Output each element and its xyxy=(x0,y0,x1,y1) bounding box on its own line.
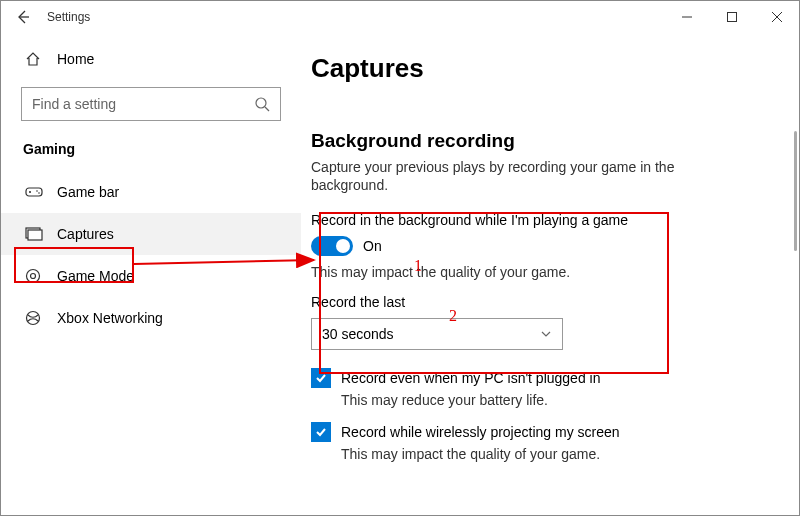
minimize-icon xyxy=(682,12,692,22)
svg-point-3 xyxy=(36,190,38,192)
record-unplugged-row: Record even when my PC isn't plugged in xyxy=(311,368,769,388)
search-input[interactable] xyxy=(32,96,254,112)
scrollbar[interactable] xyxy=(794,131,797,251)
sidebar-item-label: Captures xyxy=(57,226,114,242)
page-title: Captures xyxy=(311,53,769,84)
close-button[interactable] xyxy=(754,2,799,32)
sidebar-item-label: Xbox Networking xyxy=(57,310,163,326)
sidebar-item-game-mode[interactable]: Game Mode xyxy=(1,255,301,297)
record-unplugged-checkbox[interactable] xyxy=(311,368,331,388)
toggle-state-label: On xyxy=(363,238,382,254)
arrow-left-icon xyxy=(15,9,31,25)
home-button[interactable]: Home xyxy=(1,41,301,77)
home-icon xyxy=(25,51,43,67)
category-heading: Gaming xyxy=(1,135,301,171)
search-input-wrapper[interactable] xyxy=(21,87,281,121)
sidebar-item-captures[interactable]: Captures xyxy=(1,213,301,255)
record-background-toggle[interactable] xyxy=(311,236,353,256)
svg-point-7 xyxy=(27,270,40,283)
section-title: Background recording xyxy=(311,130,769,152)
record-wireless-checkbox[interactable] xyxy=(311,422,331,442)
record-unplugged-hint: This may reduce your battery life. xyxy=(341,392,769,408)
svg-point-1 xyxy=(256,98,266,108)
home-label: Home xyxy=(57,51,94,67)
sidebar-item-label: Game bar xyxy=(57,184,119,200)
record-wireless-hint: This may impact the quality of your game… xyxy=(341,446,769,462)
dropdown-value: 30 seconds xyxy=(322,326,394,342)
svg-rect-2 xyxy=(26,188,42,196)
window-controls xyxy=(664,2,799,32)
sidebar: Home Gaming Game bar Captures xyxy=(1,33,301,515)
titlebar: Settings xyxy=(1,1,799,33)
minimize-button[interactable] xyxy=(664,2,709,32)
svg-point-4 xyxy=(38,192,40,194)
record-background-toggle-row: On xyxy=(311,236,769,256)
settings-window: Settings Home Gam xyxy=(0,0,800,516)
maximize-icon xyxy=(727,12,737,22)
sidebar-item-game-bar[interactable]: Game bar xyxy=(1,171,301,213)
record-unplugged-label: Record even when my PC isn't plugged in xyxy=(341,370,600,386)
window-body: Home Gaming Game bar Captures xyxy=(1,33,799,515)
record-wireless-row: Record while wirelessly projecting my sc… xyxy=(311,422,769,442)
record-last-label: Record the last xyxy=(311,294,769,310)
impact-hint: This may impact the quality of your game… xyxy=(311,264,769,280)
xbox-networking-icon xyxy=(25,310,43,326)
sidebar-item-xbox-networking[interactable]: Xbox Networking xyxy=(1,297,301,339)
close-icon xyxy=(772,12,782,22)
maximize-button[interactable] xyxy=(709,2,754,32)
svg-point-9 xyxy=(27,312,40,325)
checkmark-icon xyxy=(314,371,328,385)
main-content: Captures Background recording Capture yo… xyxy=(301,33,799,515)
search-icon xyxy=(254,96,270,112)
captures-icon xyxy=(25,227,43,241)
svg-rect-0 xyxy=(727,13,736,22)
game-mode-icon xyxy=(25,268,43,284)
checkmark-icon xyxy=(314,425,328,439)
record-background-label: Record in the background while I'm playi… xyxy=(311,212,769,228)
section-description: Capture your previous plays by recording… xyxy=(311,158,711,194)
chevron-down-icon xyxy=(540,328,552,340)
back-button[interactable] xyxy=(9,3,37,31)
window-title: Settings xyxy=(47,10,90,24)
svg-rect-6 xyxy=(28,230,42,240)
record-wireless-label: Record while wirelessly projecting my sc… xyxy=(341,424,620,440)
sidebar-item-label: Game Mode xyxy=(57,268,134,284)
record-last-dropdown[interactable]: 30 seconds xyxy=(311,318,563,350)
game-bar-icon xyxy=(25,185,43,199)
toggle-knob xyxy=(336,239,350,253)
svg-point-8 xyxy=(31,274,36,279)
